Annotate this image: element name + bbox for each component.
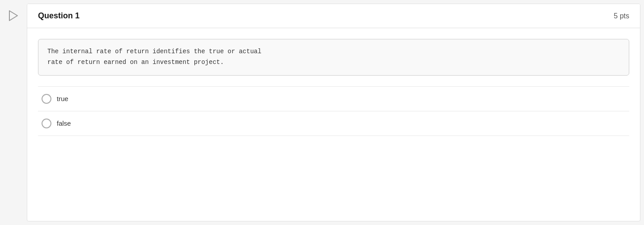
answer-option-true[interactable]: true — [38, 86, 629, 111]
question-arrow-icon — [7, 9, 20, 22]
answer-options: true false — [38, 86, 629, 136]
question-text-box: The internal rate of return identifies t… — [38, 39, 629, 76]
answer-option-false[interactable]: false — [38, 111, 629, 136]
answer-label-false: false — [57, 119, 71, 127]
radio-false[interactable] — [42, 119, 51, 128]
question-card: Question 1 5 pts The internal rate of re… — [27, 4, 640, 221]
left-arrow-area — [0, 0, 27, 225]
page-container: Question 1 5 pts The internal rate of re… — [0, 0, 644, 225]
svg-marker-0 — [9, 11, 17, 21]
question-title: Question 1 — [38, 11, 80, 21]
question-body: The internal rate of return identifies t… — [27, 28, 640, 143]
question-text: The internal rate of return identifies t… — [47, 47, 620, 68]
question-header: Question 1 5 pts — [27, 4, 640, 28]
radio-true[interactable] — [42, 94, 51, 104]
question-points: 5 pts — [614, 12, 629, 20]
answer-label-true: true — [57, 95, 68, 102]
